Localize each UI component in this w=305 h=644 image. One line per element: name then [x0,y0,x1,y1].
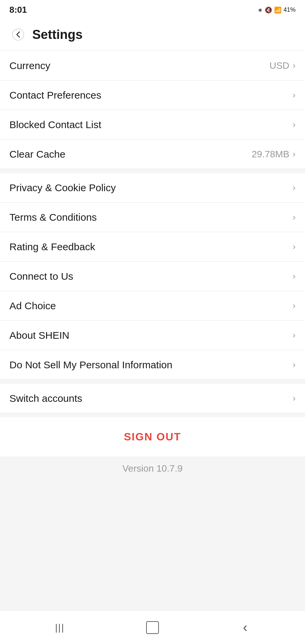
battery-text: 41% [284,6,296,13]
terms-conditions-right: › [293,212,296,222]
mute-icon: 🔇 [265,6,272,14]
wifi-icon: 📶 [274,6,281,14]
do-not-sell-right: › [293,360,296,370]
header: Settings [0,18,305,51]
settings-item-rating-feedback[interactable]: Rating & Feedback › [0,232,305,262]
currency-label: Currency [9,60,50,71]
settings-group-1: Currency USD › Contact Preferences › Blo… [0,51,305,169]
status-bar: 8:01 ∗ 🔇 📶 41% [0,0,305,18]
divider-3 [0,413,305,417]
settings-group-3: Switch accounts › [0,384,305,413]
back-arrow-icon [12,29,24,41]
rating-feedback-right: › [293,241,296,252]
contact-preferences-label: Contact Preferences [9,90,101,101]
version-section: Version 10.7.9 [0,457,305,610]
ad-choice-label: Ad Choice [9,300,56,312]
about-shein-right: › [293,330,296,340]
blocked-contact-list-right: › [293,119,296,130]
settings-item-about-shein[interactable]: About SHEIN › [0,321,305,350]
settings-item-privacy-cookie-policy[interactable]: Privacy & Cookie Policy › [0,173,305,203]
settings-item-do-not-sell[interactable]: Do Not Sell My Personal Information › [0,350,305,380]
chevron-icon: › [293,60,296,71]
about-shein-label: About SHEIN [9,330,69,341]
chevron-icon: › [293,119,296,130]
currency-right: USD › [269,60,296,71]
chevron-icon: › [293,330,296,340]
settings-item-switch-accounts[interactable]: Switch accounts › [0,384,305,413]
chevron-icon: › [293,393,296,404]
home-icon[interactable] [139,618,166,638]
chevron-icon: › [293,271,296,281]
version-text: Version 10.7.9 [122,463,182,597]
currency-value: USD [269,60,289,71]
switch-accounts-label: Switch accounts [9,393,82,404]
chevron-icon: › [293,149,296,159]
settings-item-currency[interactable]: Currency USD › [0,51,305,80]
clear-cache-label: Clear Cache [9,149,66,160]
privacy-cookie-policy-right: › [293,182,296,193]
do-not-sell-label: Do Not Sell My Personal Information [9,359,172,371]
divider-2 [0,380,305,384]
back-button[interactable] [8,24,28,45]
chevron-icon: › [293,90,296,100]
chevron-icon: › [293,301,296,311]
privacy-cookie-policy-label: Privacy & Cookie Policy [9,182,116,194]
back-nav-icon[interactable]: ‹ [232,618,259,638]
connect-to-us-right: › [293,271,296,281]
settings-item-terms-conditions[interactable]: Terms & Conditions › [0,203,305,232]
blocked-contact-list-label: Blocked Contact List [9,119,101,130]
connect-to-us-label: Connect to Us [9,271,73,282]
chevron-icon: › [293,360,296,370]
rating-feedback-label: Rating & Feedback [9,241,95,253]
page-title: Settings [32,28,83,42]
settings-item-connect-to-us[interactable]: Connect to Us › [0,262,305,291]
svg-rect-1 [146,622,159,634]
chevron-icon: › [293,241,296,252]
contact-preferences-right: › [293,90,296,100]
bottom-nav: ||| ‹ [0,610,305,644]
recent-apps-icon[interactable]: ||| [46,618,73,638]
sign-out-section: SIGN OUT [0,417,305,457]
switch-accounts-right: › [293,393,296,404]
clear-cache-value: 29.78MB [252,149,289,160]
sign-out-button[interactable]: SIGN OUT [124,431,181,443]
chevron-icon: › [293,182,296,193]
ad-choice-right: › [293,301,296,311]
status-time: 8:01 [9,5,27,15]
clear-cache-right: 29.78MB › [252,149,296,160]
bluetooth-icon: ∗ [258,6,263,14]
settings-group-2: Privacy & Cookie Policy › Terms & Condit… [0,173,305,380]
svg-point-0 [12,29,24,40]
divider-1 [0,169,305,173]
settings-item-clear-cache[interactable]: Clear Cache 29.78MB › [0,140,305,169]
terms-conditions-label: Terms & Conditions [9,212,97,223]
settings-item-contact-preferences[interactable]: Contact Preferences › [0,80,305,110]
settings-item-blocked-contact-list[interactable]: Blocked Contact List › [0,110,305,140]
chevron-icon: › [293,212,296,222]
settings-item-ad-choice[interactable]: Ad Choice › [0,291,305,321]
status-icons: ∗ 🔇 📶 41% [258,6,296,14]
